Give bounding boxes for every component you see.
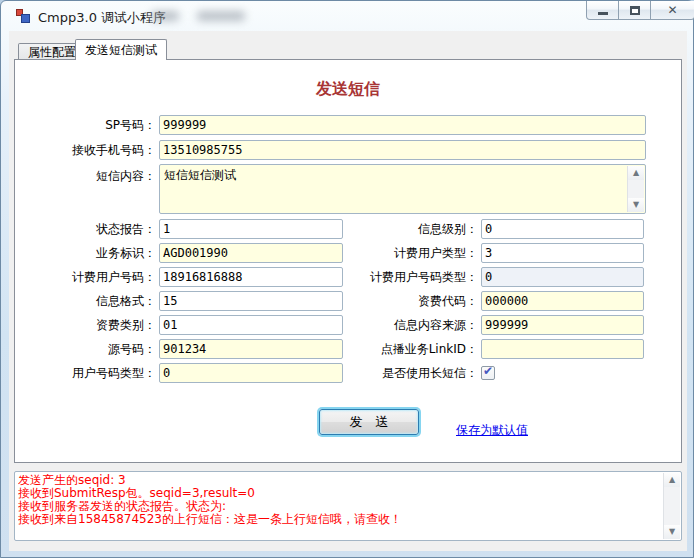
form-row: SP号码：: [21, 115, 646, 135]
scroll-down-icon[interactable]: ▼: [664, 525, 680, 539]
recipient-phone-label: 接收手机号码：: [21, 142, 156, 159]
content-source-label: 信息内容来源：: [341, 317, 478, 334]
long-sms-checkbox[interactable]: ✔: [481, 366, 495, 380]
form-row: 源号码：: [21, 337, 343, 361]
form-row: 资费类别：: [21, 313, 343, 337]
form-row: 接收手机号码：: [21, 140, 646, 160]
fee-user-number-input[interactable]: [159, 267, 343, 287]
window-controls: ✕: [587, 1, 694, 20]
source-number-label: 源号码：: [21, 341, 156, 358]
fee-type-input[interactable]: [159, 315, 343, 335]
send-button[interactable]: 发 送: [319, 409, 419, 435]
scroll-up-icon[interactable]: ▲: [628, 166, 644, 180]
recipient-phone-input[interactable]: [159, 140, 646, 160]
sms-content-textarea[interactable]: 短信短信测试: [161, 166, 627, 212]
window-title: Cmpp3.0 调试小程序: [38, 9, 166, 27]
status-report-label: 状态报告：: [21, 221, 156, 238]
form-row: 信息内容来源：: [341, 313, 644, 337]
source-number-input[interactable]: [159, 339, 343, 359]
fee-user-number-type-label: 计费用户号码类型：: [341, 269, 478, 286]
app-icon: [16, 9, 31, 24]
message-level-label: 信息级别：: [341, 221, 478, 238]
tab-send-sms-test[interactable]: 发送短信测试: [75, 39, 167, 60]
redacted-smudge: [197, 11, 245, 21]
checkmark-icon: ✔: [483, 364, 493, 378]
log-output-box[interactable]: 发送产生的seqid: 3 接收到SubmitResp包。seqid=3,res…: [14, 471, 682, 541]
maximize-button[interactable]: [618, 1, 651, 20]
linkid-label: 点播业务LinkID：: [341, 341, 478, 358]
fee-user-type-input[interactable]: [481, 243, 644, 263]
log-line: 接收到来自15845874523的上行短信：这是一条上行短信哦，请查收！: [18, 513, 661, 526]
linkid-input[interactable]: [481, 339, 644, 359]
right-form-column: 信息级别： 计费用户类型： 计费用户号码类型： 资费代码： 信息内容来源： 点播…: [341, 217, 644, 385]
fee-code-label: 资费代码：: [341, 293, 478, 310]
content-source-input[interactable]: [481, 315, 644, 335]
fee-code-input[interactable]: [481, 291, 644, 311]
close-icon: ✕: [667, 4, 677, 16]
minimize-icon: [598, 12, 608, 15]
fee-user-type-label: 计费用户类型：: [341, 245, 478, 262]
form-row: 用户号码类型：: [21, 361, 343, 385]
fee-user-number-type-input[interactable]: [481, 267, 644, 287]
scroll-up-icon[interactable]: ▲: [664, 473, 680, 487]
form-row: 点播业务LinkID：: [341, 337, 644, 361]
sms-content-box: 短信短信测试 ▲ ▼: [159, 164, 646, 214]
textarea-scrollbar[interactable]: ▲ ▼: [627, 166, 644, 212]
message-level-input[interactable]: [481, 219, 644, 239]
minimize-button[interactable]: [586, 1, 619, 20]
service-id-label: 业务标识：: [21, 245, 156, 262]
service-id-input[interactable]: [159, 243, 343, 263]
form-row: 资费代码：: [341, 289, 644, 313]
sp-number-label: SP号码：: [21, 117, 156, 134]
form-row: 状态报告：: [21, 217, 343, 241]
maximize-icon: [630, 6, 640, 15]
log-scrollbar[interactable]: ▲ ▼: [663, 473, 680, 539]
fee-type-label: 资费类别：: [21, 317, 156, 334]
page-title: 发送短信: [1, 79, 694, 100]
form-row: 信息级别：: [341, 217, 644, 241]
status-report-input[interactable]: [159, 219, 343, 239]
user-number-type-label: 用户号码类型：: [21, 365, 156, 382]
form-row: 计费用户号码类型：: [341, 265, 644, 289]
form-row: 是否使用长短信： ✔: [341, 361, 644, 385]
scroll-down-icon[interactable]: ▼: [628, 198, 644, 212]
app-icon-blue-square: [21, 14, 30, 23]
sp-number-input[interactable]: [159, 115, 646, 135]
message-format-label: 信息格式：: [21, 293, 156, 310]
long-sms-label: 是否使用长短信：: [341, 365, 478, 382]
sms-content-label: 短信内容：: [21, 168, 156, 185]
form-row: 业务标识：: [21, 241, 343, 265]
fee-user-number-label: 计费用户号码：: [21, 269, 156, 286]
form-row: 信息格式：: [21, 289, 343, 313]
user-number-type-input[interactable]: [159, 363, 343, 383]
close-button[interactable]: ✕: [650, 1, 694, 20]
form-row: 计费用户号码：: [21, 265, 343, 289]
titlebar: Cmpp3.0 调试小程序 ✕: [1, 1, 693, 31]
app-window: Cmpp3.0 调试小程序 ✕ 属性配置 发送短信测试 发送短信 SP号码： 接…: [0, 0, 694, 558]
save-as-default-link[interactable]: 保存为默认值: [456, 422, 528, 439]
left-form-column: 状态报告： 业务标识： 计费用户号码： 信息格式： 资费类别： 源号码： 用户号…: [21, 217, 343, 385]
form-row: 计费用户类型：: [341, 241, 644, 265]
message-format-input[interactable]: [159, 291, 343, 311]
redacted-smudge: [151, 11, 179, 21]
log-lines: 发送产生的seqid: 3 接收到SubmitResp包。seqid=3,res…: [18, 474, 661, 526]
